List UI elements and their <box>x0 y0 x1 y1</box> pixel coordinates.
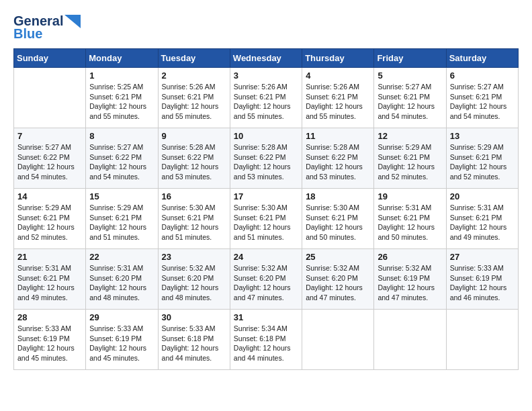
day-info: Sunrise: 5:29 AMSunset: 6:21 PMDaylight:… <box>450 142 515 182</box>
calendar-cell: 3Sunrise: 5:26 AMSunset: 6:21 PMDaylight… <box>230 68 302 128</box>
day-number: 20 <box>450 191 515 201</box>
day-number: 6 <box>450 71 515 81</box>
day-number: 21 <box>17 252 82 262</box>
day-info: Sunrise: 5:25 AMSunset: 6:21 PMDaylight:… <box>89 82 154 122</box>
day-number: 22 <box>89 252 154 262</box>
logo-blue: Blue <box>13 26 42 42</box>
day-info: Sunrise: 5:28 AMSunset: 6:22 PMDaylight:… <box>306 142 370 182</box>
calendar-cell: 4Sunrise: 5:26 AMSunset: 6:21 PMDaylight… <box>302 68 374 128</box>
calendar-cell: 21Sunrise: 5:31 AMSunset: 6:21 PMDayligh… <box>14 249 86 310</box>
day-number: 12 <box>378 131 442 141</box>
calendar-cell: 19Sunrise: 5:31 AMSunset: 6:21 PMDayligh… <box>374 189 446 249</box>
day-info: Sunrise: 5:31 AMSunset: 6:21 PMDaylight:… <box>378 203 442 242</box>
calendar-cell: 20Sunrise: 5:31 AMSunset: 6:21 PMDayligh… <box>446 189 518 249</box>
day-info: Sunrise: 5:31 AMSunset: 6:21 PMDaylight:… <box>450 203 515 242</box>
day-number: 26 <box>378 252 442 262</box>
day-info: Sunrise: 5:27 AMSunset: 6:22 PMDaylight:… <box>89 142 154 182</box>
day-number: 25 <box>306 252 370 262</box>
week-row-1: 1Sunrise: 5:25 AMSunset: 6:21 PMDaylight… <box>14 68 519 128</box>
calendar-cell: 10Sunrise: 5:28 AMSunset: 6:22 PMDayligh… <box>230 128 302 189</box>
calendar-cell: 13Sunrise: 5:29 AMSunset: 6:21 PMDayligh… <box>446 128 518 189</box>
calendar-header-saturday: Saturday <box>446 49 518 68</box>
day-number: 2 <box>162 71 226 81</box>
calendar-cell: 25Sunrise: 5:32 AMSunset: 6:20 PMDayligh… <box>302 249 374 310</box>
calendar-table: SundayMondayTuesdayWednesdayThursdayFrid… <box>13 48 519 370</box>
day-info: Sunrise: 5:32 AMSunset: 6:20 PMDaylight:… <box>162 263 226 303</box>
day-info: Sunrise: 5:27 AMSunset: 6:21 PMDaylight:… <box>378 82 442 122</box>
svg-marker-0 <box>64 15 81 28</box>
day-number: 5 <box>378 71 442 81</box>
day-info: Sunrise: 5:31 AMSunset: 6:21 PMDaylight:… <box>17 263 82 303</box>
day-info: Sunrise: 5:26 AMSunset: 6:21 PMDaylight:… <box>306 82 370 122</box>
day-info: Sunrise: 5:31 AMSunset: 6:20 PMDaylight:… <box>89 263 154 303</box>
calendar-cell: 9Sunrise: 5:28 AMSunset: 6:22 PMDaylight… <box>158 128 230 189</box>
calendar-cell: 24Sunrise: 5:32 AMSunset: 6:20 PMDayligh… <box>230 249 302 310</box>
day-info: Sunrise: 5:34 AMSunset: 6:18 PMDaylight:… <box>234 324 298 363</box>
calendar-cell: 2Sunrise: 5:26 AMSunset: 6:21 PMDaylight… <box>158 68 230 128</box>
day-info: Sunrise: 5:30 AMSunset: 6:21 PMDaylight:… <box>234 203 298 242</box>
calendar-cell: 15Sunrise: 5:29 AMSunset: 6:21 PMDayligh… <box>86 189 158 249</box>
day-info: Sunrise: 5:26 AMSunset: 6:21 PMDaylight:… <box>234 82 298 122</box>
week-row-3: 14Sunrise: 5:29 AMSunset: 6:21 PMDayligh… <box>14 189 519 249</box>
week-row-5: 28Sunrise: 5:33 AMSunset: 6:19 PMDayligh… <box>14 310 519 370</box>
page-header: General Blue <box>13 13 519 42</box>
calendar-cell: 23Sunrise: 5:32 AMSunset: 6:20 PMDayligh… <box>158 249 230 310</box>
day-number: 29 <box>89 312 154 322</box>
calendar-cell: 28Sunrise: 5:33 AMSunset: 6:19 PMDayligh… <box>14 310 86 370</box>
calendar-cell: 8Sunrise: 5:27 AMSunset: 6:22 PMDaylight… <box>86 128 158 189</box>
day-number: 13 <box>450 131 515 141</box>
calendar-cell: 1Sunrise: 5:25 AMSunset: 6:21 PMDaylight… <box>86 68 158 128</box>
calendar-cell: 5Sunrise: 5:27 AMSunset: 6:21 PMDaylight… <box>374 68 446 128</box>
calendar-cell <box>374 310 446 370</box>
logo-arrow-icon <box>64 15 81 28</box>
calendar-cell: 29Sunrise: 5:33 AMSunset: 6:19 PMDayligh… <box>86 310 158 370</box>
day-info: Sunrise: 5:28 AMSunset: 6:22 PMDaylight:… <box>162 142 226 182</box>
day-number: 7 <box>17 131 82 141</box>
day-info: Sunrise: 5:32 AMSunset: 6:20 PMDaylight:… <box>234 263 298 303</box>
calendar-header-sunday: Sunday <box>14 49 86 68</box>
calendar-cell: 6Sunrise: 5:27 AMSunset: 6:21 PMDaylight… <box>446 68 518 128</box>
calendar-cell: 12Sunrise: 5:29 AMSunset: 6:21 PMDayligh… <box>374 128 446 189</box>
logo: General Blue <box>13 13 81 42</box>
logo-text: General Blue <box>13 13 81 42</box>
day-info: Sunrise: 5:32 AMSunset: 6:20 PMDaylight:… <box>306 263 370 303</box>
calendar-header-wednesday: Wednesday <box>230 49 302 68</box>
day-info: Sunrise: 5:33 AMSunset: 6:18 PMDaylight:… <box>162 324 226 363</box>
day-info: Sunrise: 5:29 AMSunset: 6:21 PMDaylight:… <box>89 203 154 242</box>
calendar-cell: 17Sunrise: 5:30 AMSunset: 6:21 PMDayligh… <box>230 189 302 249</box>
day-info: Sunrise: 5:32 AMSunset: 6:19 PMDaylight:… <box>378 263 442 303</box>
day-info: Sunrise: 5:33 AMSunset: 6:19 PMDaylight:… <box>17 324 82 363</box>
day-number: 18 <box>306 191 370 201</box>
calendar-cell: 27Sunrise: 5:33 AMSunset: 6:19 PMDayligh… <box>446 249 518 310</box>
day-info: Sunrise: 5:30 AMSunset: 6:21 PMDaylight:… <box>306 203 370 242</box>
calendar-cell: 31Sunrise: 5:34 AMSunset: 6:18 PMDayligh… <box>230 310 302 370</box>
day-number: 30 <box>162 312 226 322</box>
day-number: 3 <box>234 71 298 81</box>
day-number: 8 <box>89 131 154 141</box>
day-info: Sunrise: 5:30 AMSunset: 6:21 PMDaylight:… <box>162 203 226 242</box>
week-row-2: 7Sunrise: 5:27 AMSunset: 6:22 PMDaylight… <box>14 128 519 189</box>
calendar-header-thursday: Thursday <box>302 49 374 68</box>
day-number: 9 <box>162 131 226 141</box>
day-info: Sunrise: 5:26 AMSunset: 6:21 PMDaylight:… <box>162 82 226 122</box>
day-info: Sunrise: 5:29 AMSunset: 6:21 PMDaylight:… <box>17 203 82 242</box>
day-number: 27 <box>450 252 515 262</box>
calendar-header-monday: Monday <box>86 49 158 68</box>
calendar-cell: 16Sunrise: 5:30 AMSunset: 6:21 PMDayligh… <box>158 189 230 249</box>
calendar-cell: 14Sunrise: 5:29 AMSunset: 6:21 PMDayligh… <box>14 189 86 249</box>
day-number: 19 <box>378 191 442 201</box>
day-info: Sunrise: 5:27 AMSunset: 6:22 PMDaylight:… <box>17 142 82 182</box>
day-number: 4 <box>306 71 370 81</box>
calendar-cell <box>446 310 518 370</box>
day-info: Sunrise: 5:27 AMSunset: 6:21 PMDaylight:… <box>450 82 515 122</box>
day-number: 28 <box>17 312 82 322</box>
day-number: 10 <box>234 131 298 141</box>
day-number: 15 <box>89 191 154 201</box>
calendar-cell <box>302 310 374 370</box>
day-info: Sunrise: 5:28 AMSunset: 6:22 PMDaylight:… <box>234 142 298 182</box>
day-info: Sunrise: 5:29 AMSunset: 6:21 PMDaylight:… <box>378 142 442 182</box>
calendar-cell: 30Sunrise: 5:33 AMSunset: 6:18 PMDayligh… <box>158 310 230 370</box>
day-number: 31 <box>234 312 298 322</box>
week-row-4: 21Sunrise: 5:31 AMSunset: 6:21 PMDayligh… <box>14 249 519 310</box>
day-number: 16 <box>162 191 226 201</box>
